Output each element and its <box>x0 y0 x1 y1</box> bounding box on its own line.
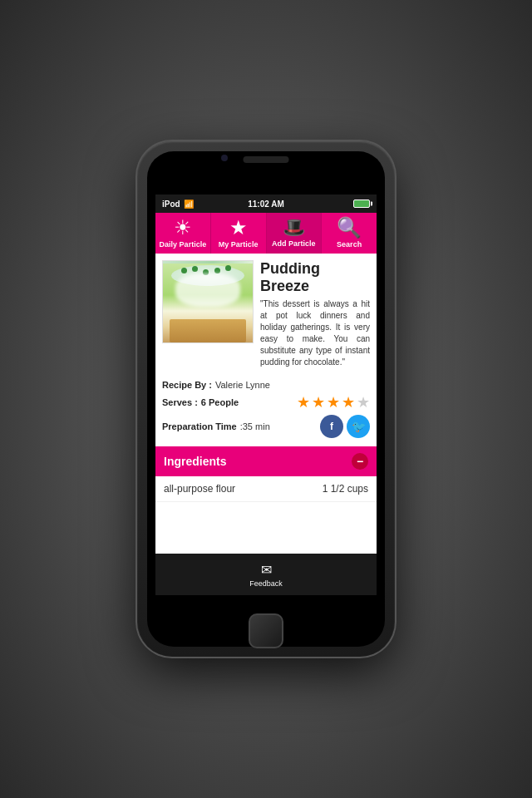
email-icon: ✉ <box>261 562 272 578</box>
tab-my-particle[interactable]: ★ My Particle <box>211 213 267 254</box>
sun-icon: ☀ <box>174 218 192 238</box>
status-bar: iPod 📶 11:02 AM <box>155 195 377 213</box>
serves-value: 6 People <box>201 397 239 407</box>
tab-my-label: My Particle <box>219 240 259 249</box>
prep-info: Preparation Time :35 min <box>162 421 270 431</box>
wifi-icon: 📶 <box>184 200 194 209</box>
prep-label: Preparation Time <box>162 421 237 431</box>
screen: iPod 📶 11:02 AM ☀ Daily Particle ★ My Pa… <box>155 195 377 595</box>
star-5: ★ <box>357 393 370 411</box>
recipe-title: Pudding Breeze <box>260 260 370 295</box>
social-icons: f 🐦 <box>320 415 370 438</box>
recipe-header: Pudding Breeze "This dessert is always a… <box>155 254 377 375</box>
status-time: 11:02 AM <box>248 200 284 209</box>
ingredient-amount-0: 1 1/2 cups <box>323 483 368 495</box>
device-label: iPod <box>162 200 180 209</box>
recipe-image-inner <box>163 261 253 342</box>
recipe-description: "This dessert is always a hit at pot luc… <box>260 298 370 368</box>
recipe-by-row: Recipe By : Valerie Lynne <box>162 380 370 390</box>
cake-base <box>170 319 246 342</box>
bottom-bar: ✉ Feedback <box>155 554 377 595</box>
star-icon: ★ <box>229 218 248 238</box>
collapse-ingredients-button[interactable]: − <box>352 453 368 470</box>
ingredient-row-0: all-purpose flour 1 1/2 cups <box>155 476 377 502</box>
ingredients-section-header: Ingredients − <box>155 446 377 476</box>
tab-daily-particle[interactable]: ☀ Daily Particle <box>155 213 211 254</box>
feedback-label: Feedback <box>249 579 283 588</box>
content-area: Pudding Breeze "This dessert is always a… <box>155 254 377 554</box>
star-2: ★ <box>312 393 325 411</box>
search-icon: 🔍 <box>337 218 362 238</box>
prep-row: Preparation Time :35 min f 🐦 <box>162 415 370 438</box>
facebook-icon: f <box>330 421 333 432</box>
phone-speaker <box>244 156 289 163</box>
recipe-by-label: Recipe By : <box>162 380 212 390</box>
phone-frame: iPod 📶 11:02 AM ☀ Daily Particle ★ My Pa… <box>137 141 395 657</box>
green-dot-5 <box>225 265 231 271</box>
status-left: iPod 📶 <box>162 200 194 209</box>
star-3: ★ <box>327 393 340 411</box>
recipe-by-value: Valerie Lynne <box>215 380 270 390</box>
phone-camera <box>221 155 228 161</box>
rating-stars[interactable]: ★ ★ ★ ★ ★ <box>297 393 370 411</box>
tab-search-label: Search <box>337 240 362 249</box>
tab-search[interactable]: 🔍 Search <box>322 213 377 254</box>
recipe-info: Pudding Breeze "This dessert is always a… <box>254 260 370 368</box>
hat-icon: 🎩 <box>283 219 305 237</box>
facebook-button[interactable]: f <box>320 415 343 438</box>
phone-screen-container: iPod 📶 11:02 AM ☀ Daily Particle ★ My Pa… <box>147 151 385 647</box>
green-dot-4 <box>214 268 220 273</box>
tab-bar: ☀ Daily Particle ★ My Particle 🎩 Add Par… <box>155 213 377 254</box>
tab-add-label: Add Particle <box>272 239 316 249</box>
tab-add-particle[interactable]: 🎩 Add Particle <box>267 213 323 254</box>
serves-row: Serves : 6 People ★ ★ ★ ★ ★ <box>162 393 370 411</box>
ingredients-title: Ingredients <box>164 455 226 468</box>
green-dot-1 <box>181 268 187 273</box>
minus-icon: − <box>357 456 363 467</box>
prep-value: :35 min <box>240 421 270 431</box>
battery-icon <box>353 200 370 208</box>
frosting <box>175 273 240 307</box>
ingredient-name-0: all-purpose flour <box>164 483 235 495</box>
tab-daily-label: Daily Particle <box>160 240 207 249</box>
green-dot-2 <box>192 266 198 272</box>
serves-label: Serves : <box>162 397 198 407</box>
recipe-image <box>162 260 254 343</box>
twitter-button[interactable]: 🐦 <box>347 415 370 438</box>
recipe-meta: Recipe By : Valerie Lynne Serves : 6 Peo… <box>155 375 377 446</box>
status-right <box>353 200 370 208</box>
star-4: ★ <box>342 393 355 411</box>
home-button[interactable] <box>249 613 283 648</box>
star-1: ★ <box>297 393 310 411</box>
twitter-icon: 🐦 <box>352 420 366 433</box>
serves-info: Serves : 6 People <box>162 397 239 407</box>
